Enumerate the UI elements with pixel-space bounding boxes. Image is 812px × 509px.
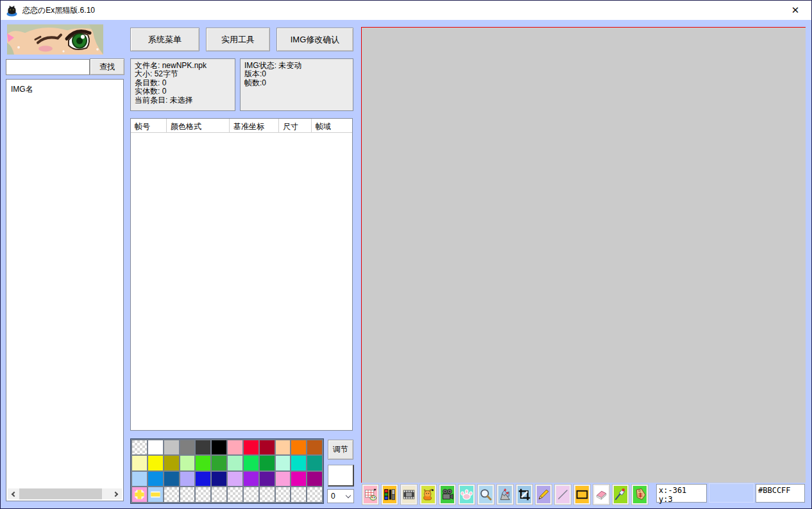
palette-swatch[interactable] <box>212 440 226 454</box>
palette-swatch[interactable] <box>228 456 242 470</box>
column-frame-number[interactable]: 帧号 <box>131 119 167 132</box>
cat-tool-button[interactable] <box>419 484 437 505</box>
file-size-line: 大小: 52字节 <box>135 70 231 78</box>
palette-swatch[interactable] <box>180 472 195 486</box>
palette-swatch-transparent[interactable] <box>260 487 275 502</box>
palette-swatch[interactable] <box>307 472 322 486</box>
film-strip-tool-button[interactable] <box>400 484 418 505</box>
pencil-tool-button[interactable] <box>535 484 552 505</box>
palette-swatch[interactable] <box>276 456 291 470</box>
column-base-coords[interactable]: 基准坐标 <box>230 119 279 132</box>
close-icon[interactable]: ✕ <box>784 1 806 19</box>
palette-swatch[interactable] <box>228 472 242 486</box>
frame-table: 帧号 颜色格式 基准坐标 尺寸 帧域 <box>130 118 353 431</box>
palette-swatch-transparent[interactable] <box>180 487 195 502</box>
drawing-canvas[interactable] <box>361 27 806 483</box>
palette-remove-button[interactable] <box>148 487 163 502</box>
color-palette <box>130 438 324 504</box>
palette-swatch[interactable] <box>260 440 275 454</box>
palette-swatch[interactable] <box>228 440 242 454</box>
palette-swatch[interactable] <box>291 472 306 486</box>
palette-swatch[interactable] <box>132 456 147 470</box>
palette-swatch[interactable] <box>307 440 322 454</box>
column-size[interactable]: 尺寸 <box>279 119 312 132</box>
palette-swatch[interactable] <box>260 472 275 486</box>
column-color-format[interactable]: 颜色格式 <box>167 119 230 132</box>
palette-swatch-transparent[interactable] <box>164 487 179 502</box>
palette-swatch-transparent[interactable] <box>276 487 291 502</box>
current-entry-line: 当前条目: 未选择 <box>135 96 231 105</box>
palette-swatch[interactable] <box>148 456 163 470</box>
img-name-list[interactable]: IMG名 <box>6 79 124 501</box>
palette-swatch[interactable] <box>244 472 258 486</box>
column-frame-domain[interactable]: 帧域 <box>312 119 352 132</box>
crop-icon <box>518 486 531 503</box>
frame-count-line: 帧数:0 <box>244 79 349 87</box>
magnifier-tool-button[interactable] <box>477 484 495 505</box>
palette-swatch[interactable] <box>164 456 179 470</box>
horizontal-scrollbar[interactable] <box>8 488 122 499</box>
palette-swatch[interactable] <box>291 456 306 470</box>
img-confirm-button[interactable]: IMG修改确认 <box>276 28 353 51</box>
palette-swatch[interactable] <box>180 440 195 454</box>
palette-swatch-transparent[interactable] <box>307 487 322 502</box>
palette-swatch[interactable] <box>244 440 258 454</box>
tag-tool-button[interactable] <box>631 484 648 505</box>
palette-swatch-transparent[interactable] <box>228 487 242 502</box>
search-button[interactable]: 查找 <box>90 58 124 75</box>
system-menu-button[interactable]: 系统菜单 <box>130 28 199 51</box>
palette-swatch[interactable] <box>132 472 147 486</box>
palette-swatch-transparent[interactable] <box>132 440 147 454</box>
frame-table-body[interactable] <box>131 133 352 430</box>
palette-add-button[interactable] <box>132 487 147 502</box>
adjust-button[interactable]: 调节 <box>328 440 353 460</box>
title-bar: 恋恋のEx黑猫版.6.10 ✕ <box>1 1 811 20</box>
palette-swatch-transparent[interactable] <box>291 487 306 502</box>
scroll-right-icon[interactable] <box>110 488 122 499</box>
alpha-dropdown[interactable]: 0 <box>327 489 354 503</box>
palette-swatch[interactable] <box>276 440 291 454</box>
paw-tool-button[interactable] <box>458 484 475 505</box>
color-channels-tool-button[interactable] <box>381 484 398 505</box>
img-version-line: 版本:0 <box>244 70 349 78</box>
line-tool-button[interactable] <box>554 484 571 505</box>
palette-swatch[interactable] <box>164 472 179 486</box>
palette-swatch[interactable] <box>148 440 163 454</box>
eraser-tool-button[interactable] <box>593 484 610 505</box>
palette-swatch[interactable] <box>260 456 275 470</box>
eyedropper-tool-button[interactable] <box>612 484 629 505</box>
palette-swatch[interactable] <box>196 472 210 486</box>
current-color-preview[interactable] <box>328 465 354 487</box>
palette-swatch-transparent[interactable] <box>244 487 258 502</box>
palette-swatch[interactable] <box>276 472 291 486</box>
palette-swatch[interactable] <box>148 472 163 486</box>
palette-swatch[interactable] <box>244 456 258 470</box>
app-logo-banner <box>7 24 103 55</box>
scroll-left-icon[interactable] <box>8 488 19 499</box>
image-palette-tool-button[interactable] <box>362 484 379 505</box>
palette-swatch[interactable] <box>196 440 210 454</box>
utility-tools-button[interactable]: 实用工具 <box>206 28 270 51</box>
palette-swatch[interactable] <box>212 456 226 470</box>
chevron-down-icon <box>346 493 351 498</box>
palette-swatch-transparent[interactable] <box>212 487 226 502</box>
rectangle-tool-button[interactable] <box>573 484 591 505</box>
polygon-select-tool-button[interactable] <box>496 484 514 505</box>
palette-swatch[interactable] <box>196 456 210 470</box>
entity-count-line: 实体数: 0 <box>135 87 231 96</box>
search-input[interactable] <box>6 59 90 75</box>
palette-swatch-transparent[interactable] <box>196 487 210 502</box>
image-palette-icon <box>364 486 377 503</box>
color-channels-icon <box>383 486 396 503</box>
movie-camera-tool-button[interactable] <box>439 484 456 505</box>
palette-swatch[interactable] <box>212 472 226 486</box>
magnifier-icon <box>479 486 493 503</box>
crop-tool-button[interactable] <box>516 484 533 505</box>
palette-swatch[interactable] <box>180 456 195 470</box>
palette-swatch[interactable] <box>164 440 179 454</box>
scrollbar-thumb[interactable] <box>19 488 102 499</box>
film-strip-icon <box>402 486 416 503</box>
palette-swatch[interactable] <box>307 456 322 470</box>
line-icon <box>556 486 570 503</box>
palette-swatch[interactable] <box>291 440 306 454</box>
